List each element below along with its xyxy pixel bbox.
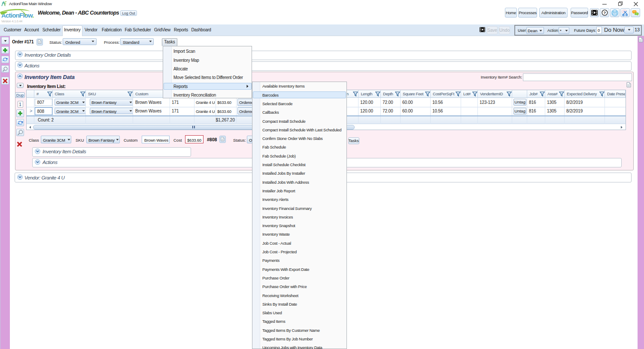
svg-text:?: ? <box>604 10 606 15</box>
